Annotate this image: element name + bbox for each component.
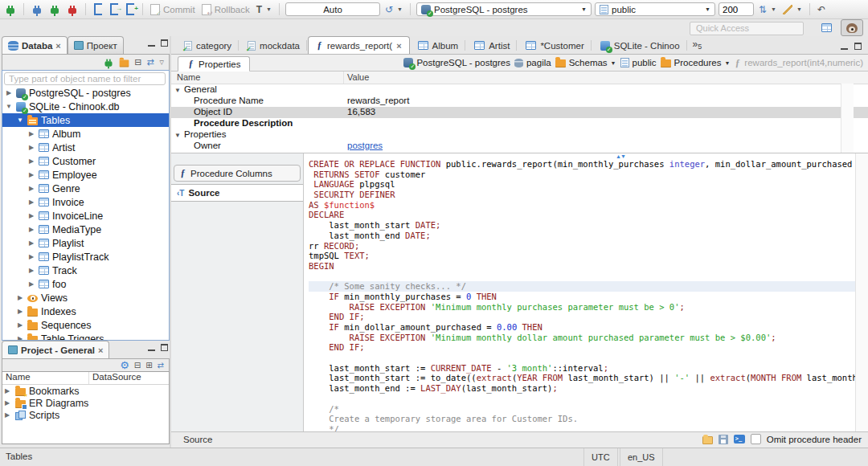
properties-scrollbar[interactable] bbox=[841, 84, 854, 153]
tab-overflow-button[interactable]: »5 bbox=[693, 39, 702, 54]
chevron-right-icon[interactable]: ▶ bbox=[27, 185, 35, 192]
chevron-right-icon[interactable]: ▶ bbox=[27, 239, 35, 247]
tree-item-invoice[interactable]: ▶Invoice bbox=[2, 195, 169, 209]
new-folder-icon[interactable] bbox=[120, 59, 129, 67]
chevron-right-icon[interactable]: ▶ bbox=[27, 280, 35, 288]
chevron-right-icon[interactable]: ▶ bbox=[27, 130, 35, 137]
new-connection-icon[interactable] bbox=[105, 61, 113, 66]
chevron-right-icon[interactable]: ▶ bbox=[27, 212, 35, 219]
maximize-icon[interactable] bbox=[854, 43, 862, 50]
editor-tab-mockdata[interactable]: mockdata bbox=[240, 36, 308, 54]
chevron-down-icon[interactable]: ▼ bbox=[611, 60, 616, 66]
chevron-right-icon[interactable]: ▶ bbox=[5, 399, 12, 407]
commit-button[interactable]: Commit bbox=[149, 2, 197, 18]
tree-item-album[interactable]: ▶Album bbox=[2, 127, 169, 141]
tree-item-foo[interactable]: ▶foo bbox=[2, 277, 169, 291]
tree-item-sqlite-chinook-db[interactable]: ▼SQLite - Chinook.db bbox=[2, 100, 169, 113]
breadcrumb-item-procedures[interactable]: Procedures▼ bbox=[661, 58, 731, 67]
sash-collapse-icon[interactable]: ▲▼ bbox=[616, 153, 625, 159]
column-datasource[interactable]: DataSource bbox=[89, 372, 141, 384]
omit-header-checkbox[interactable] bbox=[751, 434, 761, 444]
collapse-all-icon[interactable]: ⊟ bbox=[134, 57, 141, 67]
property-row-owner[interactable]: Ownerpostgres bbox=[171, 141, 868, 152]
chevron-right-icon[interactable]: ▶ bbox=[5, 89, 13, 96]
breadcrumb-item-schemas[interactable]: Schemas▼ bbox=[555, 58, 616, 67]
editor-tab-category[interactable]: category bbox=[176, 36, 240, 54]
tree-item-mediatype[interactable]: ▶MediaType bbox=[2, 223, 169, 236]
chevron-right-icon[interactable]: ▶ bbox=[5, 387, 12, 394]
chevron-right-icon[interactable]: ▶ bbox=[5, 411, 12, 419]
tree-item-customer[interactable]: ▶Customer bbox=[2, 154, 169, 168]
chevron-right-icon[interactable]: ▶ bbox=[16, 294, 24, 301]
tree-item-invoiceline[interactable]: ▶InvoiceLine bbox=[2, 209, 169, 223]
chevron-right-icon[interactable]: ▶ bbox=[16, 308, 24, 315]
link-with-editor-icon[interactable]: ⇄ bbox=[146, 57, 154, 67]
tree-item-playlisttrack[interactable]: ▶PlaylistTrack bbox=[2, 250, 169, 264]
object-filter-input[interactable] bbox=[4, 72, 166, 85]
undo-button[interactable]: ↶ bbox=[816, 2, 827, 18]
minimize-icon[interactable] bbox=[148, 345, 155, 351]
tree-item-track[interactable]: ▶Track bbox=[2, 264, 169, 277]
tree-item-sequences[interactable]: ▶Sequences bbox=[2, 318, 169, 332]
tree-item-indexes[interactable]: ▶Indexes bbox=[2, 305, 169, 318]
breadcrumb-item-postgresql-postgres[interactable]: PostgreSQL - postgres bbox=[403, 58, 510, 67]
gear-icon[interactable] bbox=[120, 360, 129, 370]
chevron-right-icon[interactable]: ▶ bbox=[27, 157, 35, 165]
editor-tab-album[interactable]: Album bbox=[410, 36, 467, 54]
fetch-size-input[interactable] bbox=[719, 2, 754, 16]
tree-item-views[interactable]: ▶Views bbox=[2, 291, 169, 305]
chevron-right-icon[interactable]: ▶ bbox=[27, 253, 35, 260]
property-row-procedure-name[interactable]: Procedure Namerewards_report bbox=[171, 96, 868, 107]
general-perspective-button[interactable] bbox=[816, 20, 837, 35]
minimize-icon[interactable] bbox=[148, 40, 155, 47]
fetch-settings-button[interactable]: ⇅ ▼ bbox=[757, 2, 778, 18]
sql-editor-button[interactable] bbox=[92, 2, 104, 18]
chevron-down-icon[interactable]: ▼ bbox=[174, 132, 181, 139]
view-menu-icon[interactable]: ▽ bbox=[160, 59, 164, 66]
dbeaver-perspective-button[interactable] bbox=[841, 19, 863, 36]
breadcrumb-item-rewards-report-int4-numeric[interactable]: rewards_report(int4,numeric) bbox=[734, 57, 863, 69]
maximize-icon[interactable] bbox=[161, 344, 168, 351]
tree-item-artist[interactable]: ▶Artist bbox=[2, 141, 169, 154]
project-item-bookmarks[interactable]: ▶Bookmarks bbox=[2, 385, 169, 397]
close-icon[interactable]: × bbox=[396, 42, 401, 50]
tree-item-genre[interactable]: ▶Genre bbox=[2, 182, 169, 195]
side-tab-procedure-columns[interactable]: Procedure Columns bbox=[174, 165, 301, 182]
quick-access-box[interactable]: Quick Access bbox=[690, 22, 804, 35]
tree-item-postgresql-postgres[interactable]: ▶PostgreSQL - postgres bbox=[2, 86, 169, 100]
chevron-right-icon[interactable]: ▶ bbox=[27, 226, 35, 233]
tab-project-general[interactable]: Project - General × bbox=[2, 341, 109, 358]
rollback-button[interactable]: Rollback bbox=[200, 2, 252, 18]
open-console-icon[interactable] bbox=[734, 435, 745, 444]
property-row-properties[interactable]: ▼Properties bbox=[171, 129, 868, 141]
column-value[interactable]: Value bbox=[347, 72, 369, 82]
tree-item-employee[interactable]: ▶Employee bbox=[2, 168, 169, 182]
transaction-history-button[interactable]: ↺ ▼ bbox=[383, 2, 404, 18]
editor-tab-customer[interactable]: *Customer bbox=[518, 36, 592, 54]
editor-tab-sqlite-chinoo[interactable]: SQLite - Chinoo bbox=[592, 36, 688, 54]
property-value-link[interactable]: postgres bbox=[347, 141, 383, 150]
property-row-object-id[interactable]: Object ID16,583 bbox=[171, 107, 868, 118]
transaction-log-button[interactable]: T ▼ bbox=[255, 2, 273, 18]
editor-tab-rewards-report[interactable]: rewards_report(× bbox=[308, 36, 410, 54]
disconnect-button[interactable] bbox=[65, 2, 80, 18]
commit-mode-combo[interactable]: Auto bbox=[285, 2, 380, 16]
chevron-right-icon[interactable]: ▶ bbox=[16, 321, 24, 329]
status-timezone[interactable]: UTC bbox=[583, 448, 618, 466]
property-row-general[interactable]: ▼General bbox=[171, 84, 868, 96]
schema-combo[interactable]: public ▼ bbox=[595, 2, 715, 16]
connect-button[interactable] bbox=[30, 2, 44, 18]
minimize-icon[interactable] bbox=[841, 43, 848, 50]
tree-item-tables[interactable]: ▼Tables bbox=[2, 113, 169, 127]
chevron-right-icon[interactable]: ▶ bbox=[27, 267, 35, 274]
tree-item-playlist[interactable]: ▶Playlist bbox=[2, 236, 169, 250]
collapse-all-icon[interactable]: ⊟ bbox=[134, 361, 141, 370]
chevron-down-icon[interactable]: ▼ bbox=[174, 87, 181, 94]
project-item-scripts[interactable]: ▶Scripts bbox=[2, 409, 169, 421]
source-code-editor[interactable]: ▲▼ CREATE OR REPLACE FUNCTION public.rew… bbox=[304, 153, 868, 431]
property-row-procedure-description[interactable]: Procedure Description bbox=[171, 118, 868, 129]
new-connection-button[interactable] bbox=[3, 2, 18, 18]
close-icon[interactable]: × bbox=[55, 42, 60, 50]
format-button[interactable]: ▼ bbox=[781, 2, 804, 18]
new-sql-editor-button[interactable] bbox=[124, 2, 137, 18]
